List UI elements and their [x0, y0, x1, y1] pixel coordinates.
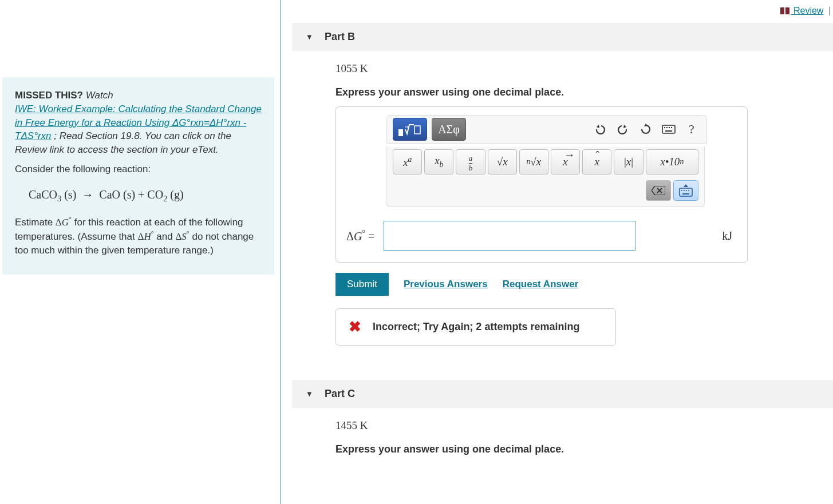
hint-box: MISSED THIS? Watch IWE: Worked Example: … [2, 77, 274, 275]
feedback-box: ✖ Incorrect; Try Again; 2 attempts remai… [335, 308, 616, 346]
svg-point-12 [681, 190, 682, 191]
part-b-temperature: 1055 K [335, 62, 833, 75]
vector-button[interactable]: →x [551, 149, 580, 174]
answer-lhs: ΔG° = [346, 228, 374, 243]
svg-point-14 [686, 190, 687, 191]
answer-unit: kJ [722, 229, 737, 243]
undo-icon[interactable] [591, 120, 609, 138]
separator: | [828, 6, 831, 15]
svg-rect-9 [671, 127, 672, 128]
answer-block: n ΑΣφ ? [335, 106, 748, 263]
templates-button[interactable]: n [393, 118, 427, 141]
part-c-temperature: 1455 K [335, 419, 833, 432]
reset-icon[interactable] [637, 120, 655, 138]
svg-rect-2 [398, 129, 403, 136]
part-b-title: Part B [325, 31, 355, 43]
abs-button[interactable]: |x| [614, 149, 643, 174]
part-b-body: 1055 K Express your answer using one dec… [292, 51, 833, 357]
request-answer-link[interactable]: Request Answer [503, 279, 579, 290]
submit-button[interactable]: Submit [335, 273, 389, 296]
subscript-button[interactable]: xb [424, 149, 453, 174]
scientific-button[interactable]: x•10n [646, 149, 699, 174]
svg-rect-11 [680, 188, 692, 196]
toolbar-main: n ΑΣφ ? [386, 115, 707, 144]
answer-row: ΔG° = kJ [346, 221, 737, 251]
nthroot-button[interactable]: n√x [519, 149, 548, 174]
part-c-title: Part C [325, 388, 355, 400]
svg-rect-8 [669, 127, 670, 128]
svg-point-15 [688, 190, 689, 191]
keyboard-icon[interactable] [660, 120, 678, 138]
help-icon[interactable]: ? [682, 120, 701, 138]
feedback-message: Incorrect; Try Again; 2 attempts remaini… [373, 321, 579, 333]
part-c-body: 1455 K Express your answer using one dec… [292, 408, 833, 475]
collapse-icon: ▼ [306, 390, 313, 398]
redo-icon[interactable] [614, 120, 632, 138]
missed-label: MISSED THIS? [15, 90, 83, 101]
reaction-equation: CaCO3 (s) → CaO (s) + CO2 (g) [15, 182, 262, 209]
answer-input[interactable] [384, 221, 635, 251]
collapse-icon: ▼ [306, 33, 313, 41]
part-c-instruction: Express your answer using one decimal pl… [335, 443, 833, 455]
problem-statement-panel: MISSED THIS? Watch IWE: Worked Example: … [0, 0, 281, 504]
part-c-header[interactable]: ▼ Part C [292, 380, 833, 408]
svg-rect-0 [780, 7, 784, 14]
watch-label: Watch [86, 90, 113, 101]
svg-rect-6 [664, 127, 665, 128]
top-links: Review | [780, 6, 833, 17]
svg-rect-4 [414, 126, 420, 134]
fraction-button[interactable]: ab [456, 149, 485, 174]
svg-rect-7 [666, 127, 668, 128]
math-palette: xa xb ab √x n√x →x ˆx |x| x•10n [386, 147, 705, 177]
action-row: Submit Previous Answers Request Answer [335, 273, 833, 296]
keyboard-shortcuts-button[interactable] [673, 180, 698, 201]
svg-rect-16 [682, 193, 689, 195]
backspace-button[interactable] [646, 180, 671, 201]
svg-rect-1 [785, 7, 789, 14]
svg-point-13 [684, 190, 685, 191]
estimate-text: Estimate ΔG° for this reaction at each o… [15, 215, 262, 257]
previous-answers-link[interactable]: Previous Answers [404, 279, 488, 290]
superscript-button[interactable]: xa [393, 149, 422, 174]
svg-rect-10 [665, 130, 672, 132]
toolbar-bottom [386, 177, 705, 207]
svg-text:n: n [405, 124, 408, 129]
consider-text: Consider the following reaction: [15, 162, 262, 176]
hat-button[interactable]: ˆx [582, 149, 611, 174]
sqrt-button[interactable]: √x [488, 149, 517, 174]
svg-rect-5 [662, 125, 675, 133]
part-b-instruction: Express your answer using one decimal pl… [335, 86, 833, 98]
review-link[interactable]: Review [780, 6, 823, 15]
greek-button[interactable]: ΑΣφ [432, 118, 466, 141]
book-icon [780, 6, 789, 17]
incorrect-icon: ✖ [349, 318, 361, 336]
answer-panel: Review | ▼ Part B 1055 K Express your an… [281, 0, 833, 504]
part-b-header[interactable]: ▼ Part B [292, 23, 833, 51]
